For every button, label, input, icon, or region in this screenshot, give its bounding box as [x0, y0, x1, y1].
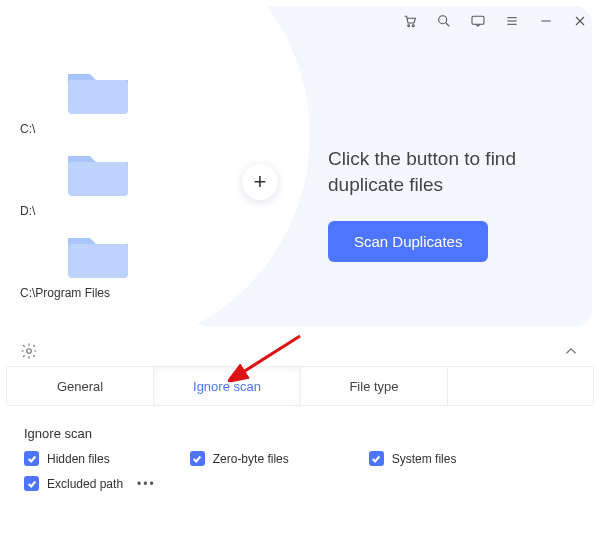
option-label: Zero-byte files	[213, 452, 289, 466]
folder-path-label: D:\	[20, 204, 270, 218]
plus-icon: +	[254, 169, 267, 195]
svg-point-1	[412, 25, 414, 27]
option-label: Excluded path	[47, 477, 123, 491]
folder-icon	[66, 66, 130, 116]
scan-duplicates-button[interactable]: Scan Duplicates	[328, 221, 488, 262]
tab-blank	[448, 367, 593, 405]
more-icon[interactable]: •••	[137, 477, 156, 491]
checkbox-checked-icon	[190, 451, 205, 466]
app-window: C:\ D:\ C:\Program Files Click the butto…	[0, 0, 600, 550]
top-region: C:\ D:\ C:\Program Files Click the butto…	[0, 36, 600, 336]
settings-bar	[8, 336, 592, 366]
tab-general[interactable]: General	[7, 367, 154, 405]
option-zero-byte-files[interactable]: Zero-byte files	[190, 451, 289, 466]
checkbox-checked-icon	[369, 451, 384, 466]
cta-region: Click the button to find duplicate files…	[300, 36, 600, 336]
svg-line-3	[446, 23, 449, 26]
svg-point-0	[408, 25, 410, 27]
folder-item[interactable]: D:\	[20, 148, 270, 218]
folder-path-label: C:\Program Files	[20, 286, 270, 300]
svg-rect-13	[68, 244, 128, 278]
options-row: Excluded path •••	[24, 476, 576, 491]
menu-icon[interactable]	[502, 11, 522, 31]
tab-label: Ignore scan	[193, 379, 261, 394]
tab-label: General	[57, 379, 103, 394]
folder-list-col: C:\ D:\ C:\Program Files	[0, 36, 270, 336]
titlebar	[0, 0, 600, 36]
feedback-icon[interactable]	[468, 11, 488, 31]
folder-path-label: C:\	[20, 122, 270, 136]
svg-rect-4	[472, 16, 484, 24]
close-icon[interactable]	[570, 11, 590, 31]
cart-icon[interactable]	[400, 11, 420, 31]
tab-ignore-scan[interactable]: Ignore scan	[154, 367, 301, 405]
checkbox-checked-icon	[24, 476, 39, 491]
svg-point-2	[439, 16, 447, 24]
tab-file-type[interactable]: File type	[301, 367, 448, 405]
ignore-scan-panel: Ignore scan Hidden files Zero-byte files…	[6, 412, 594, 509]
option-label: Hidden files	[47, 452, 110, 466]
folder-list: C:\ D:\ C:\Program Files	[20, 66, 270, 300]
svg-rect-11	[68, 80, 128, 114]
checkbox-checked-icon	[24, 451, 39, 466]
add-folder-button[interactable]: +	[242, 164, 278, 200]
svg-point-14	[27, 349, 32, 354]
panel-title: Ignore scan	[24, 426, 576, 441]
cta-text-line1: Click the button to find	[328, 146, 580, 172]
option-system-files[interactable]: System files	[369, 451, 457, 466]
chevron-up-icon[interactable]	[562, 342, 580, 360]
folder-item[interactable]: C:\Program Files	[20, 230, 270, 300]
folder-item[interactable]: C:\	[20, 66, 270, 136]
search-icon[interactable]	[434, 11, 454, 31]
cta-text-line2: duplicate files	[328, 172, 580, 198]
tab-label: File type	[349, 379, 398, 394]
settings-tabs: General Ignore scan File type	[6, 366, 594, 406]
folder-icon	[66, 148, 130, 198]
options-row: Hidden files Zero-byte files System file…	[24, 451, 576, 466]
option-label: System files	[392, 452, 457, 466]
option-excluded-path[interactable]: Excluded path •••	[24, 476, 156, 491]
gear-icon[interactable]	[20, 342, 38, 360]
minimize-icon[interactable]	[536, 11, 556, 31]
svg-rect-12	[68, 162, 128, 196]
folder-icon	[66, 230, 130, 280]
option-hidden-files[interactable]: Hidden files	[24, 451, 110, 466]
